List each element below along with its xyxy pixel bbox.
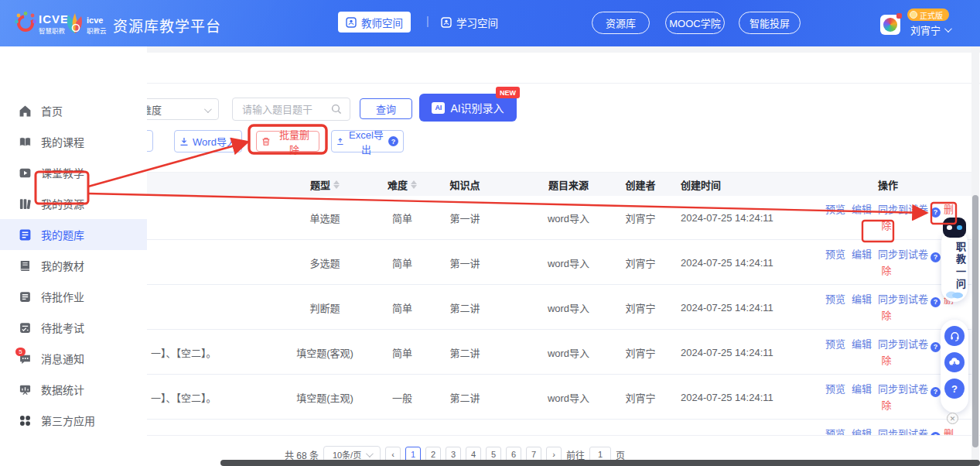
teacher-space-tab[interactable]: 教师空间 [338, 12, 411, 33]
row-actions: 预览编辑同步到试卷?删除 [817, 291, 959, 324]
sidebar-item-classroom[interactable]: 课堂教学 [0, 157, 147, 188]
sidebar-item-exams[interactable]: 待批考试 [0, 312, 147, 343]
sync-link[interactable]: 同步到试卷 [878, 293, 928, 305]
sidebar-item-question-bank[interactable]: 我的题库 [0, 219, 147, 250]
sync-help-icon[interactable]: ? [930, 387, 941, 397]
open-book-icon [19, 135, 32, 149]
vertical-scrollbar-thumb[interactable] [972, 195, 978, 447]
edit-link[interactable]: 编辑 [852, 383, 872, 395]
sidebar-item-courses[interactable]: 我的课程 [0, 126, 147, 157]
column-source-label: 题目来源 [548, 177, 589, 192]
preview-link[interactable]: 预览 [825, 248, 845, 260]
column-knowledge: 知识点 [437, 173, 493, 196]
sync-link[interactable]: 同步到试卷 [878, 248, 928, 260]
sidebar-item-textbooks[interactable]: 我的教材 [0, 250, 147, 281]
created-time: 2024-07-25 14:24:11 [681, 195, 781, 240]
edit-link[interactable]: 编辑 [852, 293, 872, 305]
batch-delete-button[interactable]: 批量删除 [256, 131, 319, 152]
created-time: 2024-07-25 14:24:11 [681, 240, 781, 285]
creator: 刘宵宁 [613, 375, 668, 420]
excel-help-icon[interactable]: ? [388, 136, 398, 146]
sidebar-item-statistics[interactable]: 数据统计 [0, 374, 147, 405]
sidebar-item-notifications[interactable]: 5 消息通知 [0, 343, 147, 374]
sync-help-icon[interactable]: ? [930, 207, 941, 218]
pagination-divider [0, 435, 980, 436]
sidebar-item-resources[interactable]: 我的资源 [0, 188, 147, 219]
excel-export-label: Excel导出 [348, 127, 384, 156]
word-import-button[interactable]: Word导入 [174, 130, 242, 152]
download-icon [179, 137, 189, 146]
resource-library-button[interactable]: 资源库 [592, 12, 650, 34]
sync-help-icon[interactable]: ? [930, 342, 941, 352]
sort-icon[interactable] [411, 180, 417, 189]
help-button[interactable]: ? [944, 379, 965, 399]
creator: 刘宵宁 [613, 240, 668, 285]
textbook-icon [19, 259, 32, 272]
cloud-icon [945, 289, 964, 299]
sidebar-item-homework[interactable]: 待批作业 [0, 281, 147, 312]
preview-link[interactable]: 预览 [825, 383, 845, 395]
page-size-value: 10条/页 [333, 448, 361, 461]
version-badge-label: 正式版 [920, 9, 943, 21]
play-video-icon [19, 166, 32, 180]
sidebar-item-label: 消息通知 [41, 351, 84, 366]
ai-icon: AI [432, 102, 445, 114]
brand-subtitle: 智慧职教 [39, 26, 65, 35]
created-time: 2024-07-25 14:24:11 [681, 330, 781, 375]
mooc-college-label: MOOC学院 [669, 15, 720, 30]
download-center-button[interactable] [944, 352, 965, 372]
edit-link[interactable]: 编辑 [852, 248, 872, 260]
robot-eye-left [947, 225, 952, 230]
chevron-down-icon [366, 450, 374, 457]
smart-screencast-button[interactable]: 智能投屏 [739, 12, 801, 34]
sort-icon[interactable] [333, 180, 340, 189]
ai-button-label: AI识别录入 [450, 100, 504, 115]
help-icon: ? [951, 383, 958, 395]
sync-link[interactable]: 同步到试卷 [878, 338, 928, 350]
sidebar-item-label: 我的教材 [41, 258, 84, 273]
question-source: word导入 [538, 375, 599, 420]
sidebar: 首页 我的课程 课堂教学 我的资源 我的题库 [0, 46, 147, 466]
assistant-label[interactable]: 职教一问 [941, 242, 968, 291]
preview-link[interactable]: 预览 [825, 293, 845, 305]
sidebar-item-third-party[interactable]: 第三方应用 [0, 405, 147, 436]
sidebar-item-label: 课堂教学 [41, 165, 84, 180]
total-count: 共 68 条 [285, 448, 319, 461]
sidebar-item-home[interactable]: 首页 [0, 95, 147, 126]
row-actions: 预览编辑同步到试卷?删除 [817, 426, 959, 436]
edit-link[interactable]: 编辑 [852, 338, 872, 350]
question-type: 填空题(客观) [286, 330, 364, 375]
question-stem [151, 285, 282, 330]
avatar[interactable] [880, 15, 900, 35]
page-unit-label: 页 [616, 448, 625, 461]
excel-export-button[interactable]: Excel导出 ? [331, 130, 404, 152]
avatar-logo-icon [883, 18, 897, 32]
sync-link[interactable]: 同步到试卷 [878, 383, 928, 395]
mooc-college-button[interactable]: MOOC学院 [665, 12, 725, 34]
edit-link[interactable]: 编辑 [852, 428, 872, 436]
user-menu[interactable]: 刘宵宁 [910, 22, 950, 37]
preview-link[interactable]: 预览 [825, 428, 845, 436]
column-creator: 创建者 [613, 173, 668, 196]
sync-link[interactable]: 同步到试卷 [878, 428, 928, 436]
close-icon[interactable]: ✕ [947, 413, 958, 424]
edit-link[interactable]: 编辑 [852, 204, 872, 215]
sync-help-icon[interactable]: ? [930, 252, 941, 262]
preview-link[interactable]: 预览 [825, 338, 845, 350]
horizontal-scrollbar-thumb[interactable] [220, 460, 980, 466]
column-type[interactable]: 题型 [286, 173, 364, 196]
sync-link[interactable]: 同步到试卷 [878, 204, 928, 215]
sync-help-icon[interactable]: ? [930, 297, 941, 307]
trash-icon [261, 137, 271, 146]
query-button[interactable]: 查询 [360, 98, 412, 119]
question-type: 判断题 [286, 285, 364, 330]
column-type-label: 题型 [310, 177, 330, 192]
learning-space-tab[interactable]: 学习空间 [441, 12, 498, 33]
column-difficulty[interactable]: 难度 [379, 173, 425, 196]
customer-service-button[interactable] [944, 326, 965, 346]
sidebar-item-label: 首页 [41, 103, 63, 118]
column-actions-label: 操作 [878, 177, 898, 192]
notification-badge: 5 [15, 348, 26, 356]
preview-link[interactable]: 预览 [825, 204, 845, 215]
robot-icon[interactable] [943, 218, 966, 238]
